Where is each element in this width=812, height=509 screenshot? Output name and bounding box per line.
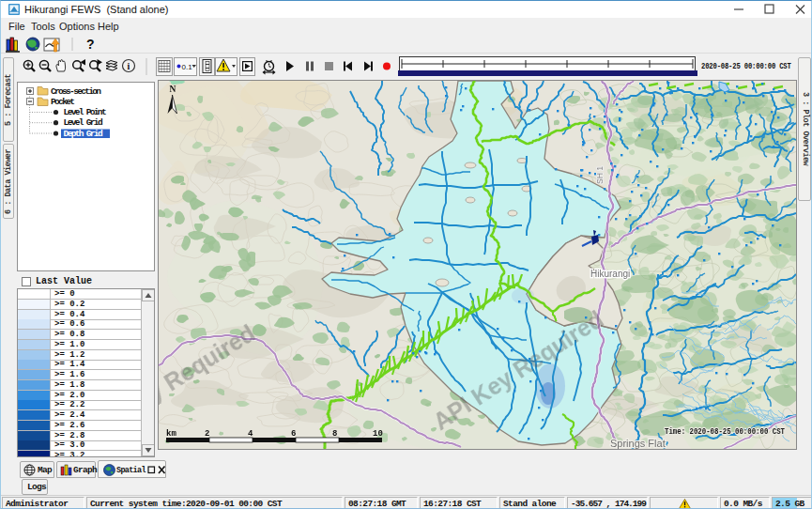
svg-text:Level Point: Level Point <box>64 107 107 117</box>
svg-text:Cross-section: Cross-section <box>51 86 101 97</box>
svg-text:?: ? <box>86 37 95 52</box>
svg-text:6: 6 <box>291 429 296 439</box>
svg-text:8: 8 <box>332 429 337 439</box>
svg-text:Level Grid: Level Grid <box>64 117 103 128</box>
svg-text:km: km <box>166 429 176 439</box>
svg-text:Time: 2020-08-25 00:00:00 CST: Time: 2020-08-25 00:00:00 CST <box>665 426 785 437</box>
svg-text:2: 2 <box>205 429 209 439</box>
svg-text:i: i <box>128 61 130 71</box>
svg-text:Hikurangi: Hikurangi <box>590 269 630 279</box>
svg-text:Depth Grid: Depth Grid <box>64 129 103 139</box>
svg-text:0.1: 0.1 <box>182 63 193 71</box>
svg-text:Springs Flat: Springs Flat <box>610 438 666 449</box>
svg-text:10: 10 <box>373 429 383 439</box>
svg-text:SH 1: SH 1 <box>595 166 605 184</box>
svg-text:Pocket: Pocket <box>51 97 75 107</box>
svg-text:N: N <box>170 85 176 94</box>
svg-text:4: 4 <box>248 429 253 439</box>
